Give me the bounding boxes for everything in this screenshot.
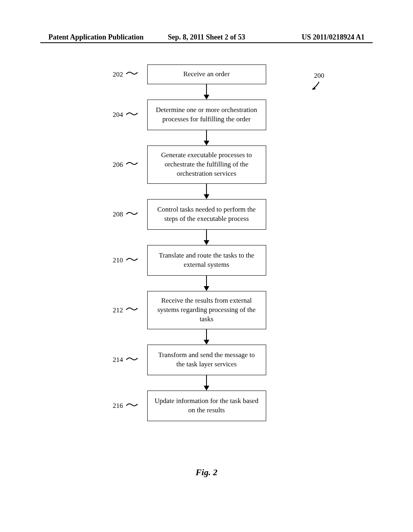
reference-tilde-icon [125,256,138,264]
flow-row: 212Receive the results from external sys… [147,291,266,329]
flow-arrow-icon [204,230,209,245]
arrow-head [204,194,209,199]
flow-step-box: Translate and route the tasks to the ext… [147,245,266,276]
reference-tilde-icon [125,355,138,364]
flow-arrow-icon [204,375,209,391]
step-reference-number: 212 [113,306,123,314]
flow-row: 208Control tasks needed to perform the s… [147,199,266,230]
header-date-sheet: Sep. 8, 2011 Sheet 2 of 53 [154,33,259,42]
arrow-line [206,130,207,141]
flow-step-box: Determine one or more orchestration proc… [147,100,266,130]
flow-arrow-icon [204,130,209,145]
flow-step-box: Transform and send the message to the ta… [147,345,266,375]
header-divider [40,42,373,43]
arrow-line [206,84,207,95]
flow-row: 206Generate executable processes to orch… [147,145,266,184]
arrow-line [206,230,207,240]
page-header: Patent Application Publication Sep. 8, 2… [0,33,413,42]
flow-step-text: Translate and route the tasks to the ext… [154,251,259,270]
flow-row: 204Determine one or more orchestration p… [147,100,266,130]
flow-arrow-icon [204,84,209,100]
flow-row: 214Transform and send the message to the… [147,345,266,375]
flow-arrow-icon [204,329,209,345]
flow-step-text: Control tasks needed to perform the step… [154,205,259,224]
arrow-head [204,141,209,145]
flow-step-text: Update information for the task based on… [154,397,259,415]
flow-arrow-icon [204,276,209,291]
step-reference-label: 210 [113,256,139,264]
step-reference-number: 210 [113,256,123,264]
arrow-head [204,286,209,291]
flow-step-box: Receive an order [147,64,266,84]
step-reference-label: 214 [113,355,139,364]
flow-row: 216Update information for the task based… [147,391,266,421]
reference-tilde-icon [125,401,138,410]
figure-caption: Fig. 2 [0,467,413,478]
flow-arrow-icon [204,184,209,199]
reference-tilde-icon [125,70,138,79]
step-reference-number: 202 [113,70,123,78]
reference-tilde-icon [125,306,138,314]
step-reference-label: 216 [113,401,139,410]
step-reference-number: 208 [113,210,123,218]
flow-step-box: Control tasks needed to perform the step… [147,199,266,230]
arrow-head [204,386,209,391]
step-reference-label: 204 [113,110,139,119]
flow-step-box: Update information for the task based on… [147,391,266,421]
flowchart-container: 202Receive an order204Determine one or m… [0,64,413,421]
header-publication-number: US 2011/0218924 A1 [259,33,365,42]
flow-step-text: Receive the results from external system… [154,296,259,324]
flow-step-box: Generate executable processes to orchest… [147,145,266,184]
flow-step-text: Receive an order [183,70,229,79]
flow-row: 210Translate and route the tasks to the … [147,245,266,276]
arrow-line [206,276,207,286]
arrow-head [204,340,209,345]
step-reference-number: 204 [113,111,123,119]
flow-step-text: Transform and send the message to the ta… [154,351,259,369]
flow-step-text: Generate executable processes to orchest… [154,151,259,179]
reference-tilde-icon [125,110,138,119]
step-reference-label: 212 [113,306,139,314]
step-reference-label: 202 [113,70,139,79]
step-reference-label: 206 [113,160,139,169]
step-reference-number: 216 [113,402,123,410]
flow-step-box: Receive the results from external system… [147,291,266,329]
step-reference-number: 214 [113,356,123,364]
step-reference-number: 206 [113,160,123,168]
arrow-line [206,375,207,386]
reference-tilde-icon [125,160,138,169]
arrow-head [204,95,209,100]
arrow-head [204,240,209,245]
flow-step-text: Determine one or more orchestration proc… [154,106,259,124]
reference-tilde-icon [125,210,138,218]
arrow-line [206,184,207,194]
header-publication: Patent Application Publication [48,33,154,42]
step-reference-label: 208 [113,210,139,218]
arrow-line [206,329,207,340]
flow-row: 202Receive an order [147,64,266,84]
